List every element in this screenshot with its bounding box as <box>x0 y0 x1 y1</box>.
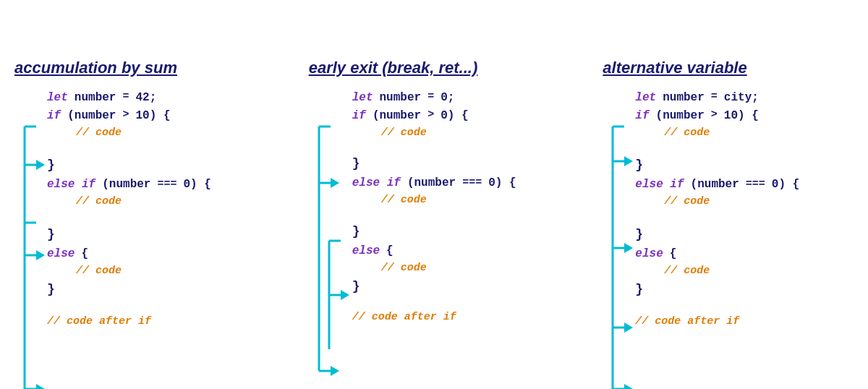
panel-3: alternative variable <box>603 59 854 331</box>
p2-close-brace: } <box>352 277 560 296</box>
p2-comment1: // code <box>352 125 560 142</box>
p2-comment3: // code <box>352 260 560 277</box>
panel-3-code: let number = city; if (number > 10) { //… <box>603 89 854 330</box>
p3-comment3: // code <box>635 263 854 280</box>
var-number: number <box>75 89 116 106</box>
p2-brace1: } <box>352 154 560 174</box>
p3-line-if: if (number > 10) { <box>635 107 854 124</box>
line-close-brace: } <box>47 280 265 299</box>
panel-1-title: accumulation by sum <box>14 59 265 77</box>
line-let: let number = 42; <box>47 89 265 106</box>
p3-line-let: let number = city; <box>635 89 854 106</box>
p3-close-brace: } <box>635 280 854 299</box>
p3-elseif: else if (number === 0) { <box>635 176 854 193</box>
kw-if: if <box>47 107 61 124</box>
p3-else-open: } <box>635 225 854 244</box>
panel-2-title: early exit (break, ret...) <box>309 59 560 77</box>
panel-3-diagram: let number = city; if (number > 10) { //… <box>603 89 854 330</box>
line-comment2: // code <box>47 194 265 210</box>
p3-brace1: } <box>635 155 854 175</box>
p3-else: else { <box>635 245 854 262</box>
p3-comment2: // code <box>635 194 854 210</box>
panel-2-diagram: let number = 0; if (number > 0) { // cod… <box>309 89 560 326</box>
p2-line-if: if (number > 0) { <box>352 107 560 124</box>
p2-else-open: } <box>352 222 560 241</box>
panel-2: early exit (break, ret...) <box>309 59 560 327</box>
line-comment1: // code <box>47 125 265 142</box>
svg-marker-21 <box>331 366 339 376</box>
p2-after: // code after if <box>352 309 560 326</box>
line-after: // code after if <box>47 314 265 330</box>
svg-marker-31 <box>624 384 633 390</box>
panel-2-code: let number = 0; if (number > 0) { // cod… <box>309 89 560 326</box>
panel-1: accumulation by sum <box>14 59 265 331</box>
p2-elseif: else if (number === 0) { <box>352 174 560 192</box>
main-container: accumulation by sum <box>14 59 854 331</box>
line-if: if (number > 10) { <box>47 107 265 124</box>
p2-else: else { <box>352 242 560 260</box>
val-42: 42; <box>135 89 156 106</box>
panel-1-code: let number = 42; if (number > 10) { // c… <box>14 89 265 330</box>
panel-3-title: alternative variable <box>603 59 854 77</box>
p2-line-let: let number = 0; <box>352 89 560 106</box>
line-else: else { <box>47 245 265 262</box>
line-brace1: } <box>47 155 265 175</box>
line-comment3: // code <box>47 263 265 280</box>
p3-comment1: // code <box>635 125 854 142</box>
p2-comment2: // code <box>352 192 560 209</box>
svg-marker-10 <box>36 384 45 390</box>
line-else-open: } <box>47 225 265 244</box>
kw-let: let <box>47 89 68 106</box>
line-elseif: else if (number === 0) { <box>47 176 265 193</box>
panel-1-diagram: let number = 42; if (number > 10) { // c… <box>14 89 265 330</box>
p3-after: // code after if <box>635 314 854 330</box>
